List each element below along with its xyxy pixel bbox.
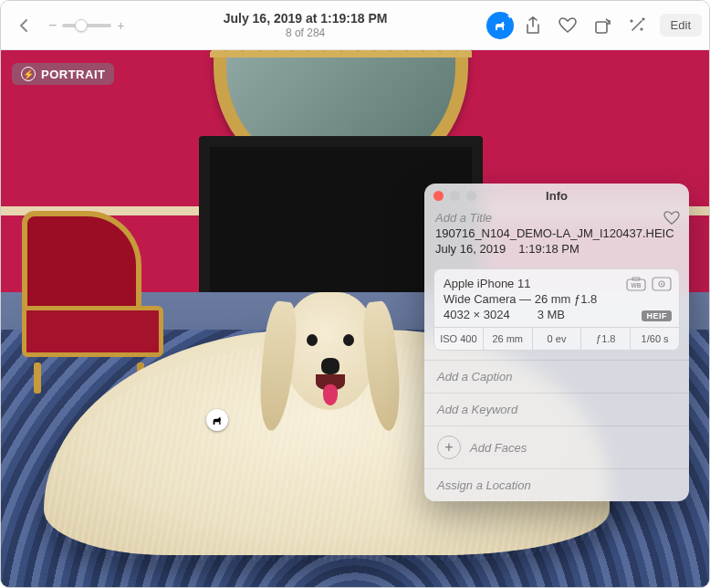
info-favorite-button[interactable] bbox=[663, 211, 680, 226]
info-header: Add a Title 190716_N104_DEMO-LA_JM_I1204… bbox=[424, 207, 689, 263]
pet-icon bbox=[211, 415, 224, 425]
svg-point-6 bbox=[661, 283, 663, 285]
exif-filesize: 3 MB bbox=[538, 308, 565, 321]
info-time: 1:19:18 PM bbox=[518, 242, 579, 256]
toolbar: − + July 16, 2019 at 1:19:18 PM 8 of 284… bbox=[1, 1, 709, 50]
share-icon bbox=[525, 16, 541, 35]
photo-viewport[interactable]: ⚡ PORTRAIT Info Add a Title 190716_N104_… bbox=[1, 50, 709, 587]
location-input[interactable]: Assign a Location bbox=[424, 468, 689, 501]
info-date: July 16, 2019 bbox=[435, 242, 506, 256]
pet-detection-button[interactable]: ✦ bbox=[486, 12, 514, 39]
format-badge: HEIF bbox=[642, 310, 672, 321]
title-input[interactable]: Add a Title bbox=[435, 211, 678, 225]
metering-icon bbox=[652, 277, 672, 291]
sparkle-icon: ✦ bbox=[506, 12, 514, 21]
heart-icon bbox=[559, 17, 577, 34]
rotate-button[interactable] bbox=[587, 10, 618, 41]
zoom-slider[interactable] bbox=[62, 24, 111, 27]
exif-shutter: 1/60 s bbox=[631, 328, 679, 350]
photos-viewer-window: − + July 16, 2019 at 1:19:18 PM 8 of 284… bbox=[0, 0, 710, 588]
add-faces-label: Add Faces bbox=[470, 441, 527, 455]
info-panel: Info Add a Title 190716_N104_DEMO-LA_JM_… bbox=[424, 184, 689, 501]
wand-icon bbox=[628, 16, 646, 35]
info-panel-title: Info bbox=[424, 189, 689, 203]
zoom-in-icon: + bbox=[117, 18, 124, 33]
exif-ev: 0 ev bbox=[533, 328, 582, 350]
portrait-badge-label: PORTRAIT bbox=[41, 68, 105, 81]
raw-wb-icon: WB bbox=[626, 277, 646, 291]
exif-card: Apple iPhone 11 Wide Camera — 26 mm ƒ1.8… bbox=[433, 268, 680, 351]
edit-button[interactable]: Edit bbox=[660, 14, 702, 37]
toolbar-right: ✦ Edit bbox=[486, 10, 702, 41]
portrait-badge: ⚡ PORTRAIT bbox=[12, 63, 114, 85]
enhance-button[interactable] bbox=[621, 10, 653, 41]
heart-icon bbox=[663, 211, 680, 226]
exif-aperture: ƒ1.8 bbox=[581, 328, 631, 350]
exif-iso: ISO 400 bbox=[434, 328, 484, 350]
plus-icon: + bbox=[437, 436, 461, 459]
svg-text:WB: WB bbox=[632, 282, 642, 289]
favorite-button[interactable] bbox=[552, 10, 583, 41]
exif-grid: ISO 400 26 mm 0 ev ƒ1.8 1/60 s bbox=[434, 327, 679, 350]
photo-position: 8 of 284 bbox=[131, 26, 481, 39]
chevron-left-icon bbox=[18, 18, 29, 33]
pet-icon bbox=[493, 20, 507, 31]
rotate-icon bbox=[593, 16, 611, 35]
zoom-control[interactable]: − + bbox=[48, 17, 125, 34]
exif-focal: 26 mm bbox=[484, 328, 533, 350]
photo-datetime: July 16, 2019 at 1:19:18 PM bbox=[131, 11, 481, 26]
keyword-input[interactable]: Add a Keyword bbox=[424, 393, 689, 425]
caption-input[interactable]: Add a Caption bbox=[424, 360, 689, 393]
svg-rect-0 bbox=[596, 22, 607, 33]
add-faces-row[interactable]: + Add Faces bbox=[424, 425, 689, 468]
title-block: July 16, 2019 at 1:19:18 PM 8 of 284 bbox=[131, 11, 481, 39]
share-button[interactable] bbox=[517, 10, 548, 41]
info-titlebar[interactable]: Info bbox=[424, 184, 689, 207]
flash-icon: ⚡ bbox=[21, 67, 36, 81]
exif-lens: Wide Camera — 26 mm ƒ1.8 bbox=[444, 292, 670, 306]
back-button[interactable] bbox=[8, 10, 39, 41]
filename-label: 190716_N104_DEMO-LA_JM_I120437.HEIC bbox=[435, 226, 678, 240]
zoom-slider-knob[interactable] bbox=[75, 19, 88, 32]
exif-dimensions: 4032 × 3024 bbox=[444, 308, 510, 321]
zoom-out-icon: − bbox=[48, 17, 57, 34]
